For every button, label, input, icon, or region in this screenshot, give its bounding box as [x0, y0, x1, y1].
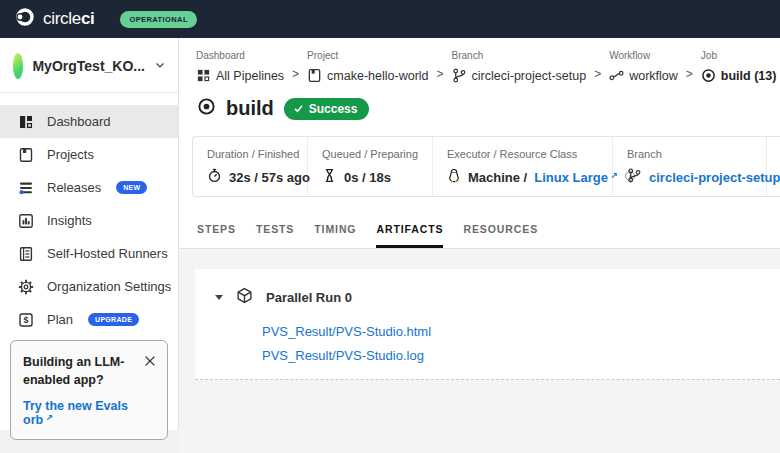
- crumb-label-branch: Branch: [452, 50, 587, 61]
- breadcrumb-separator: >: [292, 67, 299, 83]
- external-link-icon: ↗: [610, 171, 618, 181]
- promo-title: Building an LLM-enabled app?: [23, 353, 143, 389]
- meta-card-duration: Duration / Finished 32s / 57s ago: [193, 137, 308, 196]
- sidebar-item-label: Plan: [47, 312, 73, 327]
- stopwatch-icon: [207, 168, 222, 186]
- artifacts-panel: Parallel Run 0 PVS_Result/PVS-Studio.htm…: [195, 269, 780, 380]
- artifact-link-log[interactable]: PVS_Result/PVS-Studio.log: [262, 348, 780, 363]
- breadcrumb-separator: >: [594, 67, 601, 83]
- workflow-icon: [609, 68, 624, 83]
- sidebar-item-label: Insights: [47, 213, 92, 228]
- dollar-plan-icon: $: [18, 312, 34, 328]
- main-content: Dashboard All Pipelines > Project: [179, 38, 780, 453]
- tab-tests[interactable]: TESTS: [256, 223, 294, 248]
- parallel-run-label: Parallel Run 0: [266, 290, 352, 305]
- circleci-logo[interactable]: circleci: [14, 6, 94, 32]
- status-badge[interactable]: OPERATIONAL: [120, 11, 196, 28]
- tab-resources[interactable]: RESOURCES: [463, 223, 538, 248]
- resource-class-link[interactable]: Linux Large↗: [534, 170, 617, 185]
- sidebar-item-label: Releases: [47, 180, 101, 195]
- releases-icon: [18, 180, 34, 196]
- crumb-label-dashboard: Dashboard: [196, 50, 284, 61]
- close-icon[interactable]: [143, 354, 157, 368]
- chevron-down-icon: [154, 57, 166, 75]
- project-icon: [307, 68, 322, 83]
- breadcrumb-workflow[interactable]: workflow: [609, 68, 678, 83]
- job-icon: [197, 97, 216, 120]
- upgrade-badge: UPGRADE: [88, 313, 139, 326]
- sidebar-item-organization-settings[interactable]: Organization Settings: [0, 270, 178, 303]
- breadcrumb-all-pipelines[interactable]: All Pipelines: [196, 68, 284, 83]
- org-avatar: [13, 53, 23, 79]
- external-link-icon: ↗: [45, 413, 53, 423]
- meta-card-branch: Branch circleci-project-setup: [613, 137, 767, 196]
- job-header: build Success: [197, 97, 780, 120]
- dashboard-icon: [18, 114, 34, 130]
- projects-icon: [18, 147, 34, 163]
- artifact-link-html[interactable]: PVS_Result/PVS-Studio.html: [262, 324, 780, 339]
- hourglass-icon: [322, 168, 337, 186]
- page-title: build: [226, 97, 274, 120]
- breadcrumb: Dashboard All Pipelines > Project: [179, 38, 780, 83]
- job-meta-cards: Duration / Finished 32s / 57s ago Queued…: [192, 136, 780, 197]
- sidebar-nav: Dashboard Projects: [0, 93, 178, 336]
- success-status-badge: Success: [284, 98, 370, 120]
- crumb-label-workflow: Workflow: [609, 50, 678, 61]
- sidebar: MyOrgTest_KO... Dashboard: [0, 38, 179, 430]
- crumb-label-project: Project: [307, 50, 428, 61]
- meta-card-executor: Executor / Resource Class Machine / Linu…: [433, 137, 613, 196]
- check-icon: [293, 103, 304, 114]
- new-badge: NEW: [116, 181, 147, 194]
- tab-steps[interactable]: STEPS: [197, 223, 236, 248]
- job-icon: [701, 68, 716, 83]
- tab-timing[interactable]: TIMING: [314, 223, 356, 248]
- sidebar-item-plan[interactable]: $ Plan UPGRADE: [0, 303, 178, 336]
- git-branch-icon: [452, 68, 467, 83]
- top-bar: circleci OPERATIONAL: [0, 0, 780, 38]
- org-switcher[interactable]: MyOrgTest_KO...: [0, 38, 178, 93]
- linux-penguin-icon: [447, 168, 461, 186]
- job-tabs: STEPS TESTS TIMING ARTIFACTS RESOURCES: [179, 197, 780, 249]
- artifact-file-list: PVS_Result/PVS-Studio.html PVS_Result/PV…: [262, 324, 780, 363]
- sidebar-item-label: Organization Settings: [47, 279, 171, 294]
- sidebar-item-dashboard[interactable]: Dashboard: [0, 105, 178, 138]
- logo-text: circleci: [43, 9, 94, 29]
- tab-content: Parallel Run 0 PVS_Result/PVS-Studio.htm…: [179, 249, 780, 453]
- sidebar-item-label: Self-Hosted Runners: [47, 246, 168, 261]
- sidebar-item-label: Dashboard: [47, 114, 111, 129]
- breadcrumb-separator: >: [437, 67, 444, 83]
- package-icon: [236, 287, 253, 308]
- evals-orb-link[interactable]: Try the new Evals orb↗: [23, 399, 157, 427]
- meta-card-partial: [767, 137, 780, 196]
- sidebar-item-label: Projects: [47, 147, 94, 162]
- sidebar-item-releases[interactable]: Releases NEW: [0, 171, 178, 204]
- meta-card-queued: Queued / Preparing 0s / 18s: [308, 137, 433, 196]
- breadcrumb-job[interactable]: build (13): [701, 68, 777, 83]
- insights-icon: [18, 213, 34, 229]
- branch-link[interactable]: circleci-project-setup: [649, 170, 780, 185]
- svg-text:$: $: [23, 315, 28, 325]
- org-name: MyOrgTest_KO...: [32, 58, 145, 74]
- crumb-label-job: Job: [701, 50, 777, 61]
- breadcrumb-branch[interactable]: circleci-project-setup: [452, 68, 587, 83]
- sidebar-item-insights[interactable]: Insights: [0, 204, 178, 237]
- caret-down-icon: [215, 295, 223, 300]
- promo-card: Building an LLM-enabled app? Try the new…: [10, 340, 168, 440]
- circleci-logo-icon: [14, 6, 36, 32]
- sidebar-item-self-hosted-runners[interactable]: Self-Hosted Runners: [0, 237, 178, 270]
- gear-icon: [18, 279, 34, 295]
- runners-icon: [18, 246, 34, 262]
- pipelines-grid-icon: [196, 68, 211, 83]
- git-branch-icon: [627, 168, 642, 186]
- sidebar-item-projects[interactable]: Projects: [0, 138, 178, 171]
- breadcrumb-separator: >: [686, 67, 693, 83]
- tab-artifacts[interactable]: ARTIFACTS: [376, 223, 443, 248]
- breadcrumb-project[interactable]: cmake-hello-world: [307, 68, 428, 83]
- parallel-run-toggle[interactable]: Parallel Run 0: [215, 287, 780, 308]
